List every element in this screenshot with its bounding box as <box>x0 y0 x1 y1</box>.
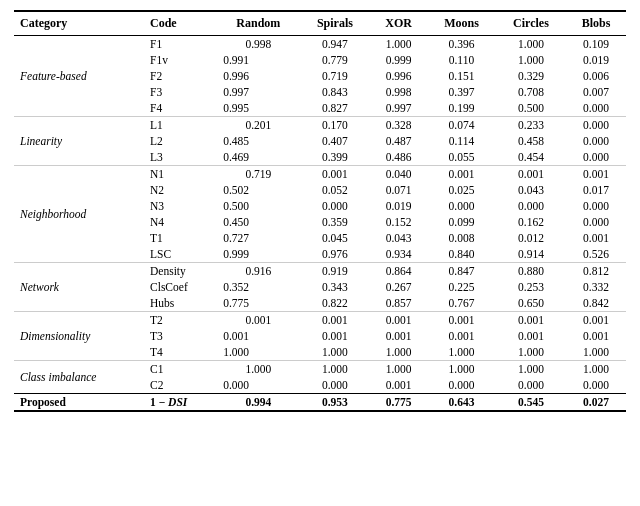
code-cell: C1 <box>144 361 217 378</box>
value-cell-blobs: 0.109 <box>566 36 626 53</box>
value-cell-random: 0.727 <box>217 230 299 246</box>
code-cell: F1v <box>144 52 217 68</box>
value-cell-random: 1.000 <box>217 344 299 361</box>
value-cell-xor: 0.857 <box>370 295 427 312</box>
table-header-row: Category Code Random Spirals XOR Moons C… <box>14 11 626 36</box>
proposed-value-random: 0.994 <box>217 394 299 412</box>
value-cell-spirals: 0.045 <box>300 230 371 246</box>
value-cell-moons: 0.001 <box>427 312 496 329</box>
value-cell-spirals: 1.000 <box>300 344 371 361</box>
category-cell: Linearity <box>14 117 144 166</box>
value-cell-spirals: 0.719 <box>300 68 371 84</box>
value-cell-circles: 0.162 <box>496 214 566 230</box>
value-cell-circles: 0.001 <box>496 312 566 329</box>
value-cell-circles: 0.650 <box>496 295 566 312</box>
proposed-value-spirals: 0.953 <box>300 394 371 412</box>
value-cell-xor: 0.486 <box>370 149 427 166</box>
value-cell-xor: 0.001 <box>370 328 427 344</box>
value-cell-moons: 0.001 <box>427 166 496 183</box>
value-cell-xor: 0.999 <box>370 52 427 68</box>
value-cell-random: 0.502 <box>217 182 299 198</box>
value-cell-xor: 0.328 <box>370 117 427 134</box>
code-cell: N4 <box>144 214 217 230</box>
code-cell: Hubs <box>144 295 217 312</box>
value-cell-spirals: 0.052 <box>300 182 371 198</box>
value-cell-circles: 0.043 <box>496 182 566 198</box>
value-cell-moons: 0.847 <box>427 263 496 280</box>
value-cell-xor: 0.001 <box>370 312 427 329</box>
value-cell-blobs: 0.017 <box>566 182 626 198</box>
code-cell: ClsCoef <box>144 279 217 295</box>
value-cell-blobs: 1.000 <box>566 344 626 361</box>
value-cell-spirals: 0.359 <box>300 214 371 230</box>
value-cell-xor: 0.071 <box>370 182 427 198</box>
value-cell-random: 0.999 <box>217 246 299 263</box>
value-cell-circles: 0.001 <box>496 328 566 344</box>
value-cell-random: 0.997 <box>217 84 299 100</box>
code-cell: N1 <box>144 166 217 183</box>
value-cell-moons: 1.000 <box>427 344 496 361</box>
value-cell-circles: 1.000 <box>496 361 566 378</box>
code-cell: C2 <box>144 377 217 394</box>
value-cell-random: 0.775 <box>217 295 299 312</box>
value-cell-random: 0.000 <box>217 377 299 394</box>
value-cell-blobs: 0.019 <box>566 52 626 68</box>
value-cell-moons: 0.099 <box>427 214 496 230</box>
value-cell-blobs: 0.000 <box>566 198 626 214</box>
category-cell: Neighborhood <box>14 166 144 263</box>
value-cell-random: 1.000 <box>217 361 299 378</box>
value-cell-circles: 0.001 <box>496 166 566 183</box>
value-cell-moons: 0.000 <box>427 198 496 214</box>
value-cell-random: 0.469 <box>217 149 299 166</box>
code-cell: N2 <box>144 182 217 198</box>
value-cell-circles: 0.000 <box>496 198 566 214</box>
code-cell: T4 <box>144 344 217 361</box>
value-cell-blobs: 0.007 <box>566 84 626 100</box>
value-cell-moons: 0.396 <box>427 36 496 53</box>
value-cell-spirals: 0.000 <box>300 198 371 214</box>
value-cell-random: 0.500 <box>217 198 299 214</box>
value-cell-moons: 0.840 <box>427 246 496 263</box>
value-cell-spirals: 0.843 <box>300 84 371 100</box>
value-cell-spirals: 0.343 <box>300 279 371 295</box>
table-row: NeighborhoodN10.7190.0010.0400.0010.0010… <box>14 166 626 183</box>
value-cell-blobs: 0.001 <box>566 166 626 183</box>
value-cell-moons: 0.074 <box>427 117 496 134</box>
value-cell-spirals: 0.000 <box>300 377 371 394</box>
value-cell-xor: 1.000 <box>370 344 427 361</box>
value-cell-circles: 0.708 <box>496 84 566 100</box>
value-cell-moons: 1.000 <box>427 361 496 378</box>
category-cell: Dimensionality <box>14 312 144 361</box>
col-header-blobs: Blobs <box>566 11 626 36</box>
value-cell-spirals: 0.822 <box>300 295 371 312</box>
col-header-random: Random <box>217 11 299 36</box>
value-cell-random: 0.991 <box>217 52 299 68</box>
value-cell-circles: 0.012 <box>496 230 566 246</box>
value-cell-xor: 0.267 <box>370 279 427 295</box>
value-cell-spirals: 0.001 <box>300 166 371 183</box>
value-cell-xor: 0.019 <box>370 198 427 214</box>
value-cell-spirals: 0.976 <box>300 246 371 263</box>
code-cell: T1 <box>144 230 217 246</box>
value-cell-spirals: 0.947 <box>300 36 371 53</box>
value-cell-blobs: 0.000 <box>566 133 626 149</box>
value-cell-blobs: 1.000 <box>566 361 626 378</box>
value-cell-blobs: 0.332 <box>566 279 626 295</box>
value-cell-blobs: 0.812 <box>566 263 626 280</box>
code-cell: F2 <box>144 68 217 84</box>
col-header-category: Category <box>14 11 144 36</box>
value-cell-random: 0.352 <box>217 279 299 295</box>
value-cell-xor: 1.000 <box>370 361 427 378</box>
col-header-circles: Circles <box>496 11 566 36</box>
value-cell-spirals: 0.919 <box>300 263 371 280</box>
value-cell-blobs: 0.001 <box>566 230 626 246</box>
value-cell-spirals: 0.779 <box>300 52 371 68</box>
value-cell-circles: 0.329 <box>496 68 566 84</box>
value-cell-xor: 0.864 <box>370 263 427 280</box>
table-row: LinearityL10.2010.1700.3280.0740.2330.00… <box>14 117 626 134</box>
value-cell-moons: 0.110 <box>427 52 496 68</box>
col-header-xor: XOR <box>370 11 427 36</box>
table-row: Feature-basedF10.9980.9471.0000.3961.000… <box>14 36 626 53</box>
value-cell-blobs: 0.001 <box>566 312 626 329</box>
value-cell-random: 0.450 <box>217 214 299 230</box>
